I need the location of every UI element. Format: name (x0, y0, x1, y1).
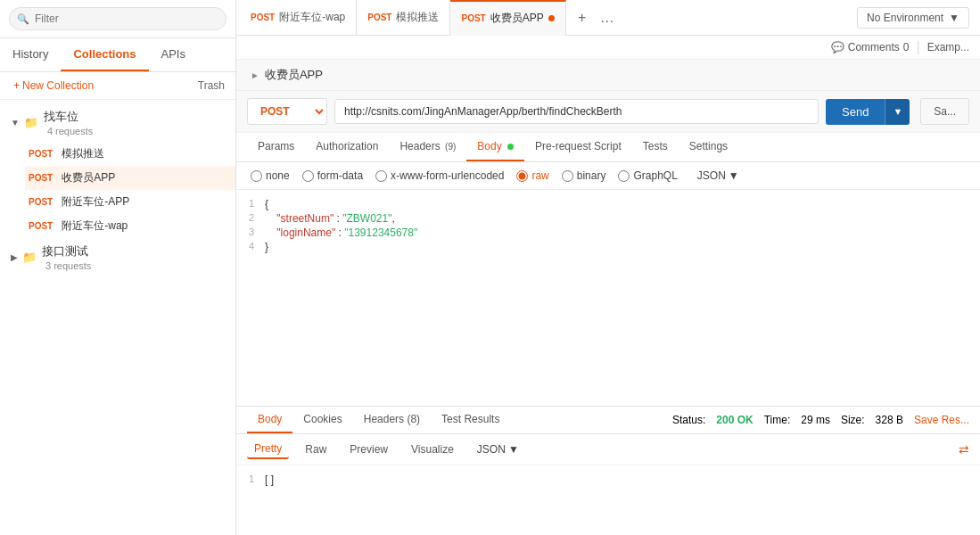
send-dropdown-button[interactable]: ▼ (885, 99, 910, 125)
trash-button[interactable]: Trash (198, 79, 225, 92)
size-value: 328 B (876, 414, 903, 426)
method-badge: POST (25, 148, 56, 160)
json-format-selector[interactable]: JSON ▼ (697, 169, 739, 182)
tab-headers[interactable]: Headers (9) (389, 133, 466, 161)
wrap-icon[interactable]: ⇄ (959, 442, 969, 457)
sidebar-tabs: History Collections APIs (0, 38, 235, 72)
comments-count-badge: 0 (903, 41, 910, 54)
split-layout: POST GET PUT DELETE Send ▼ Sa... Params … (236, 91, 980, 535)
save-response-button[interactable]: Save Res... (914, 414, 969, 426)
collection-count-2: 3 requests (45, 260, 91, 271)
body-urlencoded-option[interactable]: x-www-form-urlencoded (375, 169, 504, 182)
request-tab-2[interactable]: POST 收费员APP (450, 0, 565, 36)
tab-params[interactable]: Params (247, 133, 305, 161)
more-tabs-button[interactable]: … (597, 7, 618, 29)
item-name: 模拟推送 (62, 146, 104, 161)
examples-button[interactable]: Examp... (927, 41, 969, 54)
collection-header-2[interactable]: ▶ 📁 接口测试 3 requests (0, 238, 235, 276)
folder-icon: 📁 (22, 251, 37, 264)
tab-history[interactable]: History (0, 38, 61, 71)
collection-items-1: POST 模拟推送 POST 收费员APP POST 附近车位-APP POST… (0, 142, 235, 238)
request-tab-0[interactable]: POST 附近车位-wap (240, 0, 357, 36)
body-binary-option[interactable]: binary (562, 169, 606, 182)
url-bar: POST GET PUT DELETE Send ▼ Sa... (236, 91, 980, 133)
request-nav-tabs: Params Authorization Headers (9) Body Pr… (236, 133, 980, 162)
env-label: No Environment (867, 12, 943, 24)
body-modified-dot (507, 144, 514, 150)
sidebar: 🔍 History Collections APIs + New Collect… (0, 0, 236, 535)
status-value: 200 OK (716, 414, 753, 426)
resp-sub-tab-visualize[interactable]: Visualize (404, 440, 461, 458)
request-body-editor[interactable]: 1 { 2 "streetNum" : "ZBW021", 3 "loginNa… (236, 190, 980, 406)
time-label: Time: (764, 414, 791, 426)
new-collection-button[interactable]: + New Collection (11, 79, 94, 92)
collection-name-1: 找车位 (44, 109, 93, 125)
response-tab-cookies[interactable]: Cookies (292, 407, 352, 433)
new-tab-button[interactable]: + (572, 7, 593, 29)
collapse-arrow: ► (251, 70, 259, 80)
tab-tests[interactable]: Tests (632, 133, 679, 161)
body-graphql-option[interactable]: GraphQL (618, 169, 677, 182)
tab-apis[interactable]: APIs (149, 38, 198, 71)
method-badge: POST (25, 172, 56, 184)
list-item[interactable]: POST 收费员APP (25, 166, 235, 190)
resp-sub-tab-raw[interactable]: Raw (298, 440, 334, 458)
size-label: Size: (841, 414, 865, 426)
unsaved-dot (548, 15, 555, 21)
request-title-bar: ► 收费员APP (236, 60, 980, 91)
sidebar-content: ▼ 📁 找车位 4 requests POST 模拟推送 POST 收费员APP… (0, 100, 235, 535)
separator: | (916, 39, 919, 55)
response-sub-tabs: Pretty Raw Preview Visualize JSON ▼ ⇄ (236, 434, 980, 465)
code-line-4: 4 } (236, 240, 980, 254)
tab-collections[interactable]: Collections (61, 38, 148, 71)
list-item[interactable]: POST 附近车位-APP (25, 190, 235, 214)
response-format-selector[interactable]: JSON ▼ (477, 443, 519, 456)
send-button[interactable]: Send (826, 99, 885, 125)
response-tab-headers[interactable]: Headers (8) (353, 407, 431, 433)
body-raw-option[interactable]: raw (516, 169, 548, 182)
method-select[interactable]: POST GET PUT DELETE (247, 98, 327, 125)
item-name: 附近车位-APP (62, 194, 129, 210)
environment-selector: No Environment ▼ (857, 7, 976, 29)
code-line-3: 3 "loginName" : "13912345678" (236, 226, 980, 240)
time-value: 29 ms (801, 414, 830, 426)
body-formdata-option[interactable]: form-data (302, 169, 363, 182)
tab-actions: + … (572, 7, 618, 29)
tab-body[interactable]: Body (466, 133, 524, 161)
resp-sub-tab-pretty[interactable]: Pretty (247, 440, 289, 459)
env-dropdown[interactable]: No Environment ▼ (857, 7, 969, 29)
send-btn-group: Send ▼ (826, 99, 910, 125)
list-item[interactable]: POST 附近车位-wap (25, 214, 235, 238)
tab-method-badge: POST (367, 12, 391, 22)
response-tab-test-results[interactable]: Test Results (431, 407, 510, 433)
request-tab-1[interactable]: POST 模拟推送 (357, 0, 450, 36)
filter-input[interactable] (9, 7, 226, 30)
tab-settings[interactable]: Settings (679, 133, 738, 161)
collection-group-2: ▶ 📁 接口测试 3 requests (0, 238, 235, 276)
tab-name: 附近车位-wap (279, 10, 345, 25)
body-none-option[interactable]: none (251, 169, 290, 182)
chevron-down-icon: ▼ (11, 118, 20, 128)
collection-header-1[interactable]: ▼ 📁 找车位 4 requests (0, 103, 235, 142)
comments-button[interactable]: 💬 Comments 0 (831, 41, 910, 54)
method-badge: POST (25, 220, 56, 232)
tab-method-badge: POST (461, 13, 485, 23)
save-button[interactable]: Sa... (920, 98, 969, 125)
method-badge: POST (25, 196, 56, 208)
request-title: 收费员APP (265, 67, 323, 83)
comment-icon: 💬 (831, 41, 844, 54)
response-tab-body[interactable]: Body (247, 407, 292, 433)
tab-authorization[interactable]: Authorization (305, 133, 389, 161)
upper-panel: POST GET PUT DELETE Send ▼ Sa... Params … (236, 91, 980, 406)
response-status: Status: 200 OK Time: 29 ms Size: 328 B S… (672, 414, 969, 426)
code-line-2: 2 "streetNum" : "ZBW021", (236, 211, 980, 226)
response-panel: Body Cookies Headers (8) Test Results St… (236, 406, 980, 535)
tab-pre-request-script[interactable]: Pre-request Script (524, 133, 632, 161)
resp-sub-tab-preview[interactable]: Preview (342, 440, 395, 458)
response-code-line-1: 1 [ ] (236, 473, 980, 487)
url-input[interactable] (334, 99, 819, 124)
chevron-down-icon: ▼ (729, 169, 739, 182)
sidebar-actions: + New Collection Trash (0, 72, 235, 100)
sidebar-search-bar: 🔍 (0, 0, 235, 38)
list-item[interactable]: POST 模拟推送 (25, 142, 235, 166)
